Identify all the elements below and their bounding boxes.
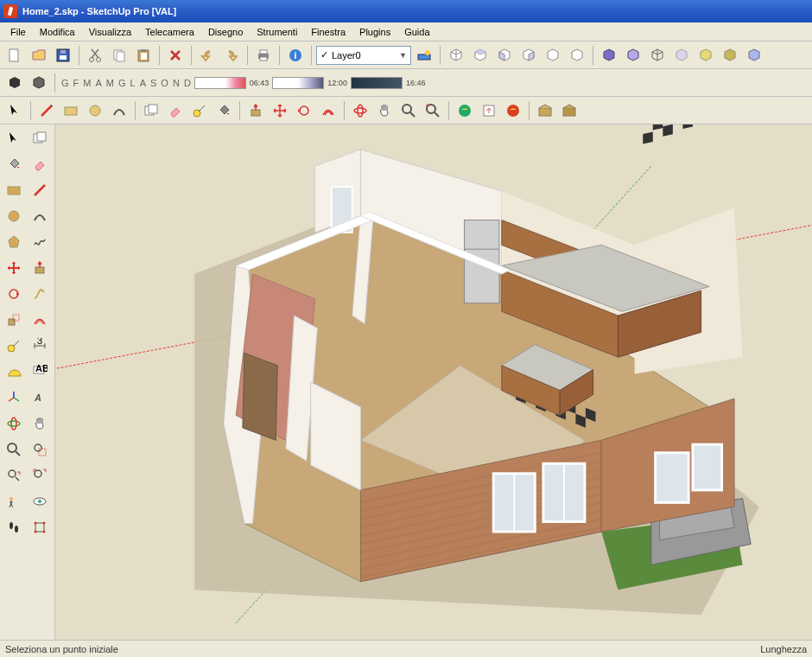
view-back-button[interactable] — [542, 44, 564, 67]
text-tool[interactable]: ABC — [28, 360, 52, 384]
rotate-tool-button[interactable] — [293, 99, 315, 122]
dimension-tool[interactable]: 3 — [28, 334, 52, 358]
get-models-button[interactable] — [454, 99, 476, 122]
freehand-tool[interactable] — [28, 230, 52, 254]
push-pull-button[interactable] — [244, 99, 267, 122]
menu-modifica[interactable]: Modifica — [33, 24, 82, 40]
offset-tool[interactable] — [28, 308, 52, 332]
follow-me-tool[interactable] — [28, 282, 52, 306]
3d-text-tool[interactable]: A — [28, 386, 52, 410]
style-shaded-texture-button[interactable] — [719, 44, 741, 67]
eraser-tool-button[interactable] — [164, 99, 187, 122]
open-button[interactable] — [28, 44, 50, 67]
copy-button[interactable] — [108, 44, 130, 67]
zoom-window-tool[interactable] — [28, 437, 52, 462]
view-top-button[interactable] — [469, 44, 492, 67]
offset-tool-button[interactable] — [317, 99, 339, 122]
line-tool[interactable] — [28, 178, 52, 202]
style-wireframe-button[interactable] — [646, 44, 669, 67]
scale-tool[interactable] — [2, 308, 26, 332]
orbit-tool[interactable] — [2, 411, 26, 436]
walk-tool[interactable] — [2, 515, 26, 539]
pan-tool-button[interactable] — [373, 99, 396, 122]
warehouse-button[interactable] — [502, 99, 524, 122]
select-tool[interactable] — [2, 126, 26, 150]
position-camera-tool[interactable] — [2, 489, 26, 513]
axes-tool[interactable] — [2, 386, 26, 410]
shadow-toggle-button[interactable] — [3, 72, 26, 94]
zoom-extents-tool[interactable] — [28, 463, 52, 488]
arc-tool-button[interactable] — [108, 99, 130, 122]
shadow-settings-button[interactable] — [28, 72, 50, 94]
protractor-tool[interactable] — [2, 360, 26, 384]
look-around-tool[interactable] — [28, 489, 52, 513]
tape-measure-tool[interactable] — [2, 334, 26, 358]
share-model-button[interactable] — [478, 99, 500, 122]
undo-button[interactable] — [196, 44, 219, 67]
style-hidden-button[interactable] — [622, 44, 644, 67]
save-button[interactable] — [52, 44, 74, 67]
push-pull-tool[interactable] — [28, 256, 52, 280]
menu-telecamera[interactable]: Telecamera — [138, 24, 201, 40]
polygon-tool[interactable] — [2, 230, 26, 254]
menu-file[interactable]: File — [3, 24, 33, 40]
new-button[interactable] — [3, 44, 26, 67]
move-tool-button[interactable] — [269, 99, 291, 122]
arc-tool[interactable] — [28, 204, 52, 228]
menu-guida[interactable]: Guida — [397, 24, 436, 40]
materials-button[interactable] — [558, 99, 580, 122]
cut-button[interactable] — [84, 44, 106, 67]
section-plane-tool[interactable] — [28, 515, 52, 539]
shadow-date-slider[interactable]: G F M A M G L A S O N D — [60, 78, 193, 88]
pan-tool[interactable] — [28, 411, 52, 436]
circle-tool[interactable] — [2, 204, 26, 228]
separator — [529, 101, 530, 120]
layer-dropdown[interactable]: ✓ Layer0 ▼ — [316, 46, 411, 65]
layer-manager-button[interactable] — [413, 44, 435, 67]
zoom-extents-button[interactable] — [422, 99, 444, 122]
paint-tool[interactable] — [2, 152, 26, 176]
3d-viewport[interactable] — [55, 124, 812, 640]
toolbar-drawing — [0, 97, 812, 124]
move-tool[interactable] — [2, 256, 26, 280]
time-gradient[interactable] — [272, 77, 324, 89]
select-tool-button[interactable] — [3, 99, 26, 122]
date-gradient[interactable] — [194, 77, 246, 89]
style-xray-button[interactable] — [670, 44, 693, 67]
redo-button[interactable] — [220, 44, 243, 67]
make-component-tool[interactable] — [28, 126, 52, 150]
tape-measure-button[interactable] — [188, 99, 211, 122]
view-iso-button[interactable] — [445, 44, 467, 67]
circle-tool-button[interactable] — [84, 99, 106, 122]
menu-strumenti[interactable]: Strumenti — [250, 24, 304, 40]
view-left-button[interactable] — [566, 44, 588, 67]
style-shaded-button[interactable] — [598, 44, 620, 67]
menu-plugins[interactable]: Plugins — [352, 24, 397, 40]
orbit-tool-button[interactable] — [349, 99, 371, 122]
menu-visualizza[interactable]: Visualizza — [82, 24, 138, 40]
view-right-button[interactable] — [517, 44, 540, 67]
style-monochrome-button[interactable] — [695, 44, 717, 67]
paste-button[interactable] — [132, 44, 155, 67]
rectangle-tool-button[interactable] — [60, 99, 82, 122]
eraser-tool[interactable] — [28, 152, 52, 176]
make-component-button[interactable] — [140, 99, 162, 122]
time-gradient2[interactable] — [351, 77, 403, 89]
line-tool-button[interactable] — [35, 99, 58, 122]
rectangle-tool[interactable] — [2, 178, 26, 202]
delete-button[interactable] — [164, 44, 187, 67]
time-start: 06:43 — [248, 79, 271, 87]
view-front-button[interactable] — [493, 44, 516, 67]
style-extra-button[interactable] — [743, 44, 765, 67]
model-info-button[interactable]: i — [284, 44, 307, 67]
zoom-tool[interactable] — [2, 437, 26, 462]
previous-tool[interactable] — [2, 463, 26, 488]
svg-rect-9 — [141, 53, 147, 60]
zoom-tool-button[interactable] — [397, 99, 420, 122]
print-button[interactable] — [252, 44, 275, 67]
components-button[interactable] — [534, 99, 556, 122]
menu-finestra[interactable]: Finestra — [304, 24, 352, 40]
rotate-tool[interactable] — [2, 282, 26, 306]
menu-disegno[interactable]: Disegno — [201, 24, 250, 40]
paint-bucket-button[interactable] — [213, 99, 235, 122]
